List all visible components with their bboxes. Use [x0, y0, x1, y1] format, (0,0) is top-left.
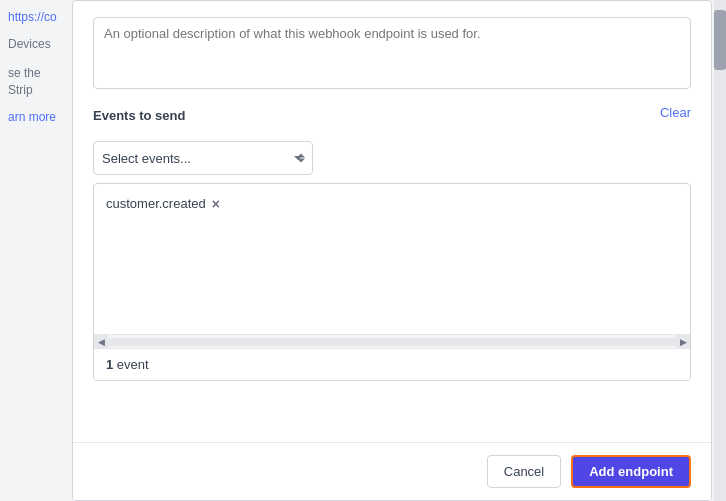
scroll-left-arrow[interactable]: ◀	[94, 335, 108, 349]
scrollbar-thumb	[714, 10, 726, 70]
sidebar-learn-more[interactable]: arn more	[8, 110, 62, 124]
sidebar: https://co Devices se the Strip arn more	[0, 0, 70, 501]
horizontal-scrollbar-track	[108, 338, 676, 346]
list-item: customer.created ×	[106, 196, 220, 211]
webhook-modal: Events to send Clear Select events... cu…	[72, 0, 712, 501]
sidebar-url[interactable]: https://co	[8, 10, 62, 24]
events-count-bar: 1 event	[94, 348, 690, 380]
modal-footer: Cancel Add endpoint	[73, 442, 711, 500]
events-count-suffix: event	[113, 357, 148, 372]
page-scrollbar[interactable]	[714, 0, 726, 501]
select-events-dropdown[interactable]: Select events...	[93, 141, 313, 175]
modal-body: Events to send Clear Select events... cu…	[73, 1, 711, 442]
add-endpoint-button[interactable]: Add endpoint	[571, 455, 691, 488]
cancel-button[interactable]: Cancel	[487, 455, 561, 488]
events-list-inner: customer.created ×	[94, 184, 690, 334]
events-list-content: customer.created ×	[94, 184, 690, 334]
events-list-container: customer.created × ◀ ▶ 1 event	[93, 183, 691, 381]
description-textarea[interactable]	[93, 17, 691, 89]
clear-button[interactable]: Clear	[660, 105, 691, 120]
sidebar-devices: Devices	[8, 36, 62, 53]
event-tag-name: customer.created	[106, 196, 206, 211]
select-events-wrapper: Select events...	[93, 141, 313, 175]
horizontal-scrollbar[interactable]: ◀ ▶	[94, 334, 690, 348]
events-header: Events to send Clear	[93, 92, 691, 133]
events-section-label: Events to send	[93, 108, 185, 123]
sidebar-stripe: se the Strip	[8, 65, 62, 99]
scroll-right-arrow[interactable]: ▶	[676, 335, 690, 349]
remove-event-button[interactable]: ×	[212, 197, 220, 211]
